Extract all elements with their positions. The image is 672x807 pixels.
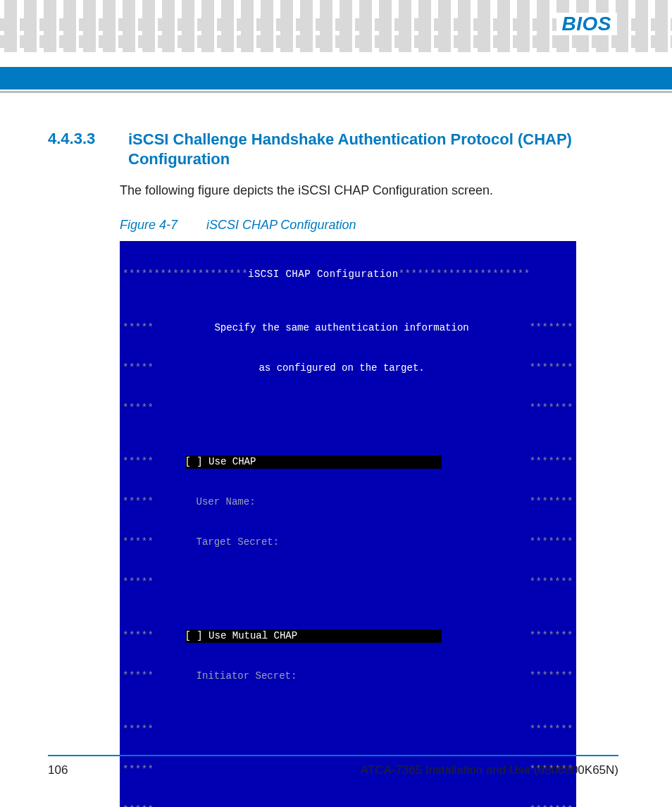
- bios-title: iSCSI CHAP Configuration: [248, 269, 399, 280]
- bios-subtitle-2: as configured on the target.: [154, 362, 530, 375]
- header-blue-bar: [0, 67, 672, 90]
- section-title: iSCSI Challenge Handshake Authentication…: [128, 130, 618, 168]
- figure-label: Figure 4-7: [120, 218, 203, 233]
- bios-screenshot: ********************iSCSI CHAP Configura…: [120, 241, 576, 807]
- use-mutual-chap-checkbox[interactable]: [ ] Use Mutual CHAP: [185, 629, 442, 643]
- section-number: 4.4.3.3: [48, 130, 108, 148]
- footer: 106 ATCA-7365 Installation and Use (6806…: [48, 763, 618, 777]
- user-name-field[interactable]: User Name:: [154, 495, 530, 509]
- intro-paragraph: The following figure depicts the iSCSI C…: [120, 181, 618, 199]
- figure-caption: Figure 4-7 iSCSI CHAP Configuration: [120, 218, 618, 233]
- header-divider: [0, 91, 672, 93]
- target-secret-field[interactable]: Target Secret:: [154, 536, 530, 549]
- page-number: 106: [48, 763, 68, 777]
- figure-title: iSCSI CHAP Configuration: [206, 218, 356, 232]
- initiator-secret-field[interactable]: Initiator Secret:: [154, 670, 530, 683]
- section-heading: 4.4.3.3 iSCSI Challenge Handshake Authen…: [48, 130, 618, 168]
- bios-subtitle-1: Specify the same authentication informat…: [154, 321, 530, 335]
- footer-rule: [48, 755, 618, 756]
- chapter-title: BIOS: [556, 13, 617, 35]
- doc-title: ATCA-7365 Installation and Use (6806800K…: [361, 763, 618, 777]
- use-chap-checkbox[interactable]: [ ] Use CHAP: [185, 455, 442, 469]
- bios-top-border: ********************iSCSI CHAP Configura…: [120, 268, 576, 281]
